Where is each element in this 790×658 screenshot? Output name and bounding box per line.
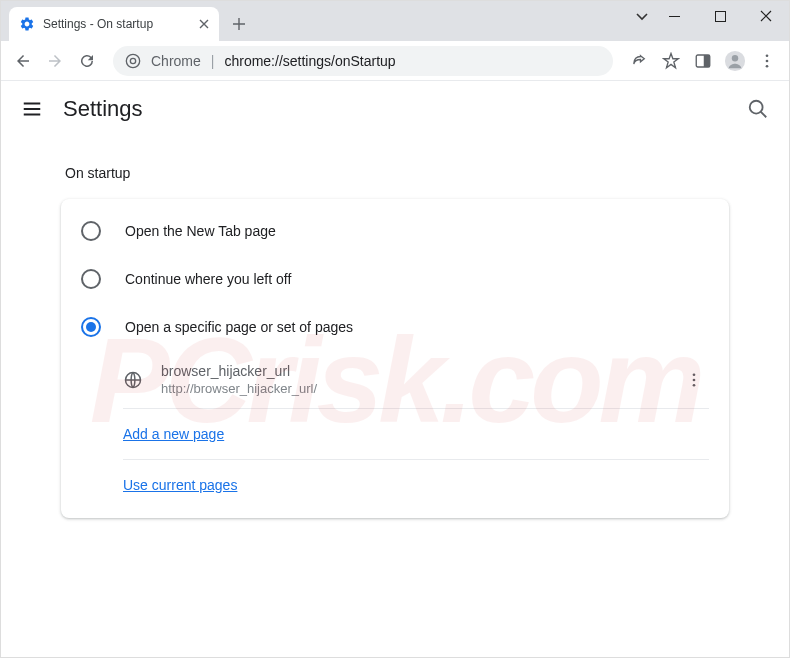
reload-icon [78,52,96,70]
radio-label: Continue where you left off [125,271,291,287]
settings-content: On startup Open the New Tab page Continu… [1,137,789,528]
sidepanel-icon [694,52,712,70]
back-button[interactable] [9,47,37,75]
settings-header: Settings [1,81,789,137]
svg-point-2 [130,58,135,63]
forward-button[interactable] [41,47,69,75]
browser-toolbar: Chrome | chrome://settings/onStartup [1,41,789,81]
radio-icon [81,221,101,241]
arrow-left-icon [14,52,32,70]
radio-label: Open a specific page or set of pages [125,319,353,335]
sidepanel-button[interactable] [689,47,717,75]
window-controls [651,1,789,31]
minimize-icon [669,11,680,22]
plus-icon [232,17,246,31]
radio-specific-pages[interactable]: Open a specific page or set of pages [61,303,729,351]
page-name: browser_hijacker_url [161,363,667,379]
radio-icon [81,269,101,289]
radio-icon-checked [81,317,101,337]
bookmark-button[interactable] [657,47,685,75]
tab-title: Settings - On startup [43,17,191,31]
star-icon [662,52,680,70]
close-window-button[interactable] [743,1,789,31]
page-title: Settings [63,96,143,122]
startup-pages-list: browser_hijacker_url http://browser_hija… [123,351,709,510]
hamburger-icon[interactable] [21,98,43,120]
settings-search-button[interactable] [747,98,769,120]
window-titlebar: Settings - On startup [1,1,789,41]
chrome-icon [125,53,141,69]
maximize-icon [715,11,726,22]
svg-point-6 [732,55,738,61]
avatar-icon [724,50,746,72]
use-current-link[interactable]: Use current pages [123,477,237,493]
minimize-button[interactable] [651,1,697,31]
svg-point-13 [693,378,696,381]
svg-point-1 [126,54,139,67]
svg-point-9 [766,64,769,67]
radio-new-tab[interactable]: Open the New Tab page [61,207,729,255]
startup-card: Open the New Tab page Continue where you… [61,199,729,518]
close-tab-icon[interactable] [199,19,209,29]
kebab-icon [685,371,703,389]
menu-button[interactable] [753,47,781,75]
arrow-right-icon [46,52,64,70]
svg-point-14 [693,383,696,386]
profile-button[interactable] [721,47,749,75]
close-icon [760,10,772,22]
svg-rect-4 [704,55,710,67]
globe-icon [123,370,143,390]
maximize-button[interactable] [697,1,743,31]
radio-continue[interactable]: Continue where you left off [61,255,729,303]
page-url: http://browser_hijacker_url/ [161,381,667,396]
share-button[interactable] [625,47,653,75]
omnibox-url: chrome://settings/onStartup [224,53,395,69]
omnibox-separator: | [211,53,215,69]
share-icon [630,52,648,70]
section-title: On startup [65,165,729,181]
browser-tab[interactable]: Settings - On startup [9,7,219,41]
add-page-row: Add a new page [123,409,709,460]
tab-search-button[interactable] [635,9,649,23]
page-more-button[interactable] [685,371,709,389]
use-current-row: Use current pages [123,460,709,510]
radio-label: Open the New Tab page [125,223,276,239]
chevron-down-icon [635,9,649,23]
svg-rect-0 [715,11,725,21]
svg-point-7 [766,54,769,57]
gear-icon [19,16,35,32]
search-icon [747,98,769,120]
svg-point-12 [693,373,696,376]
svg-point-10 [750,101,763,114]
omnibox-label: Chrome [151,53,201,69]
svg-point-8 [766,59,769,62]
add-page-link[interactable]: Add a new page [123,426,224,442]
kebab-icon [758,52,776,70]
startup-page-item: browser_hijacker_url http://browser_hija… [123,351,709,409]
new-tab-button[interactable] [225,10,253,38]
reload-button[interactable] [73,47,101,75]
address-bar[interactable]: Chrome | chrome://settings/onStartup [113,46,613,76]
